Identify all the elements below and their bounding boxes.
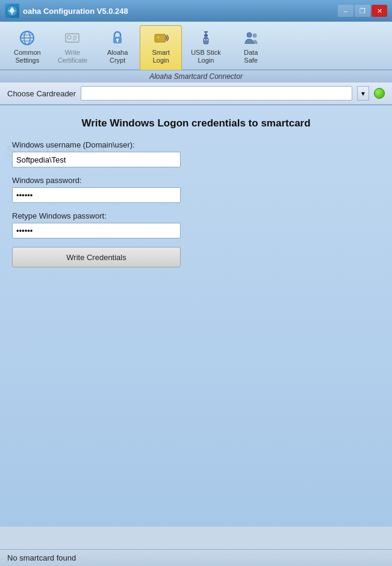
username-input[interactable] <box>12 152 181 167</box>
svg-point-26 <box>207 39 208 40</box>
minimize-button[interactable]: – <box>338 5 353 17</box>
title-bar: oaha Configuration V5.0.248 – ❐ ✕ <box>0 0 392 22</box>
svg-rect-19 <box>157 36 160 39</box>
status-bar: No smartcard found <box>0 549 392 566</box>
username-group: Windows username (Domain\user): <box>12 140 380 167</box>
title-bar-left: oaha Configuration V5.0.248 <box>5 4 128 18</box>
restore-button[interactable]: ❐ <box>355 5 370 17</box>
tab-data-safe-label: DataSafe <box>244 49 258 64</box>
svg-point-28 <box>253 34 257 37</box>
form-section: Write Windows Logon credentials to smart… <box>12 117 380 267</box>
close-button[interactable]: ✕ <box>372 5 387 17</box>
id-card-icon <box>64 30 81 46</box>
cardreader-label: Choose Cardreader <box>7 89 76 98</box>
people-icon <box>243 30 260 46</box>
cardreader-dropdown-button[interactable]: ▼ <box>357 86 369 101</box>
usb-icon <box>198 30 214 46</box>
tab-data-safe[interactable]: DataSafe <box>230 25 272 69</box>
password-group: Windows password: <box>12 176 380 203</box>
connection-status-dot <box>374 88 385 99</box>
retype-group: Retype Windows passwort: <box>12 211 380 238</box>
username-label: Windows username (Domain\user): <box>12 140 380 149</box>
status-message: No smartcard found <box>7 553 76 562</box>
toolbar-tabs: CommonSettings WriteCertificate <box>6 25 386 69</box>
password-label: Windows password: <box>12 176 380 185</box>
retype-input[interactable] <box>12 223 181 238</box>
svg-rect-18 <box>155 34 166 42</box>
main-content: SOFTPEDIA™ Write Windows Logon credentia… <box>0 105 392 527</box>
connector-bar: Aloaha Smartcard Connector <box>0 70 392 82</box>
tab-smart-login-label: SmartLogin <box>152 49 169 64</box>
password-input[interactable] <box>12 187 181 203</box>
tab-aloaha-crypt-label: AloahaCrypt <box>107 49 128 64</box>
cardreader-input[interactable] <box>81 86 352 101</box>
app-title: oaha Configuration V5.0.248 <box>23 7 128 16</box>
tab-smart-login[interactable]: SmartLogin <box>140 25 182 70</box>
app-icon <box>5 4 19 18</box>
svg-point-16 <box>116 39 119 41</box>
globe-icon <box>19 30 36 46</box>
smartcard-icon <box>152 30 169 46</box>
tab-common-settings-label: CommonSettings <box>14 49 41 64</box>
tab-usb-stick-login[interactable]: USB StickLogin <box>183 25 229 69</box>
toolbar: CommonSettings WriteCertificate <box>0 22 392 70</box>
tab-aloaha-crypt[interactable]: AloahaCrypt <box>96 25 138 69</box>
tab-usb-stick-login-label: USB StickLogin <box>191 49 221 64</box>
write-credentials-button[interactable]: Write Credentials <box>12 247 181 267</box>
retype-label: Retype Windows passwort: <box>12 211 380 220</box>
svg-point-11 <box>67 36 71 39</box>
title-controls: – ❐ ✕ <box>338 5 387 17</box>
cardreader-bar: Choose Cardreader ▼ <box>0 82 392 105</box>
tab-common-settings[interactable]: CommonSettings <box>6 25 49 69</box>
svg-point-27 <box>247 33 252 37</box>
svg-point-25 <box>204 39 205 40</box>
page-title: Write Windows Logon credentials to smart… <box>12 117 380 129</box>
tab-write-certificate[interactable]: WriteCertificate <box>50 25 96 69</box>
lock-icon <box>109 30 126 46</box>
tab-write-certificate-label: WriteCertificate <box>58 49 88 64</box>
connector-label: Aloaha Smartcard Connector <box>149 72 243 81</box>
